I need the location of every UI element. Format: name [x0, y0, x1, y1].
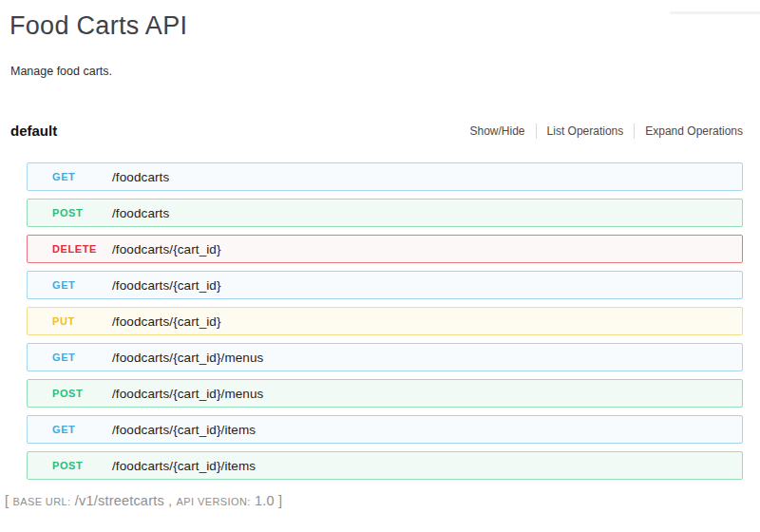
footer-open-bracket: [ [5, 493, 9, 508]
base-url-value: /v1/streetcarts [75, 493, 164, 508]
section-name[interactable]: default [10, 123, 57, 139]
endpoint-row[interactable]: GET/foodcarts/{cart_id} [27, 271, 743, 299]
api-version-value: 1.0 [255, 493, 275, 508]
section-action-show-hide[interactable]: Show/Hide [460, 124, 536, 139]
section-actions: Show/HideList OperationsExpand Operation… [460, 124, 743, 139]
http-method-label: GET [52, 352, 112, 363]
endpoint-path[interactable]: /foodcarts/{cart_id}/items [112, 423, 256, 437]
http-method-label: GET [52, 279, 112, 291]
endpoint-row[interactable]: POST/foodcarts/{cart_id}/menus [27, 379, 743, 408]
endpoint-row[interactable]: DELETE/foodcarts/{cart_id} [27, 235, 743, 263]
section-header: default Show/HideList OperationsExpand O… [10, 123, 743, 139]
base-url-label: BASE URL: [12, 496, 70, 507]
section-action-expand-operations[interactable]: Expand Operations [634, 124, 743, 139]
http-method-label: GET [52, 424, 112, 435]
page-title: Food Carts API [10, 11, 760, 41]
api-version-label: API VERSION: [177, 496, 251, 507]
endpoint-list: GET/foodcartsPOST/foodcartsDELETE/foodca… [27, 162, 743, 480]
http-method-label: PUT [52, 315, 112, 327]
endpoint-row[interactable]: GET/foodcarts [27, 162, 743, 191]
endpoint-path[interactable]: /foodcarts/{cart_id}/menus [112, 387, 263, 401]
http-method-label: DELETE [52, 243, 112, 255]
endpoint-row[interactable]: POST/foodcarts/{cart_id}/items [27, 451, 743, 480]
endpoint-row[interactable]: GET/foodcarts/{cart_id}/items [27, 415, 743, 444]
endpoint-path[interactable]: /foodcarts [112, 170, 169, 184]
page-header: Food Carts API Manage food carts. [0, 11, 760, 78]
footer-comma: , [168, 493, 172, 508]
endpoint-path[interactable]: /foodcarts/{cart_id} [112, 278, 221, 293]
endpoint-row[interactable]: PUT/foodcarts/{cart_id} [27, 307, 743, 335]
http-method-label: GET [52, 171, 112, 182]
http-method-label: POST [52, 388, 112, 399]
base-url-footer: [ BASE URL: /v1/streetcarts , API VERSIO… [5, 493, 760, 508]
endpoint-row[interactable]: POST/foodcarts [27, 199, 743, 227]
section-action-list-operations[interactable]: List Operations [536, 124, 635, 139]
http-method-label: POST [52, 207, 112, 218]
page-subtitle: Manage food carts. [10, 65, 760, 78]
endpoint-path[interactable]: /foodcarts/{cart_id} [112, 314, 221, 329]
endpoint-path[interactable]: /foodcarts [112, 206, 169, 220]
endpoint-row[interactable]: GET/foodcarts/{cart_id}/menus [27, 343, 743, 371]
api-docs-page: Food Carts API Manage food carts. defaul… [0, 11, 760, 532]
footer-close-bracket: ] [278, 493, 282, 508]
endpoint-path[interactable]: /foodcarts/{cart_id}/items [112, 459, 256, 473]
endpoint-path[interactable]: /foodcarts/{cart_id} [112, 242, 221, 256]
top-right-strip [670, 11, 760, 14]
endpoint-path[interactable]: /foodcarts/{cart_id}/menus [112, 351, 263, 365]
http-method-label: POST [52, 460, 112, 471]
